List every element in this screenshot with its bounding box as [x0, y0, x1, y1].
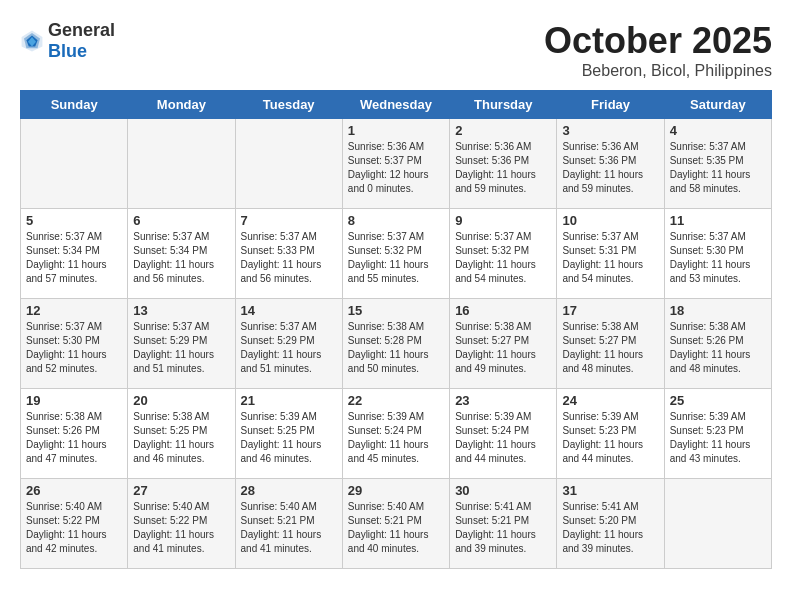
day-number: 7: [241, 213, 337, 228]
logo-text-blue: Blue: [48, 41, 87, 61]
calendar-week-3: 12Sunrise: 5:37 AM Sunset: 5:30 PM Dayli…: [21, 299, 772, 389]
day-info: Sunrise: 5:41 AM Sunset: 5:21 PM Dayligh…: [455, 500, 551, 556]
day-number: 1: [348, 123, 444, 138]
day-info: Sunrise: 5:36 AM Sunset: 5:36 PM Dayligh…: [562, 140, 658, 196]
day-info: Sunrise: 5:38 AM Sunset: 5:27 PM Dayligh…: [455, 320, 551, 376]
day-info: Sunrise: 5:38 AM Sunset: 5:28 PM Dayligh…: [348, 320, 444, 376]
day-info: Sunrise: 5:38 AM Sunset: 5:26 PM Dayligh…: [26, 410, 122, 466]
day-info: Sunrise: 5:36 AM Sunset: 5:37 PM Dayligh…: [348, 140, 444, 196]
day-info: Sunrise: 5:39 AM Sunset: 5:24 PM Dayligh…: [348, 410, 444, 466]
calendar-cell: 5Sunrise: 5:37 AM Sunset: 5:34 PM Daylig…: [21, 209, 128, 299]
calendar-header-friday: Friday: [557, 91, 664, 119]
day-number: 5: [26, 213, 122, 228]
calendar-header-tuesday: Tuesday: [235, 91, 342, 119]
day-number: 28: [241, 483, 337, 498]
calendar-cell: 1Sunrise: 5:36 AM Sunset: 5:37 PM Daylig…: [342, 119, 449, 209]
calendar-cell: 25Sunrise: 5:39 AM Sunset: 5:23 PM Dayli…: [664, 389, 771, 479]
day-info: Sunrise: 5:40 AM Sunset: 5:22 PM Dayligh…: [26, 500, 122, 556]
day-info: Sunrise: 5:38 AM Sunset: 5:25 PM Dayligh…: [133, 410, 229, 466]
logo-text-general: General: [48, 20, 115, 40]
calendar-cell: 29Sunrise: 5:40 AM Sunset: 5:21 PM Dayli…: [342, 479, 449, 569]
day-number: 19: [26, 393, 122, 408]
calendar-cell: 23Sunrise: 5:39 AM Sunset: 5:24 PM Dayli…: [450, 389, 557, 479]
calendar-cell: [235, 119, 342, 209]
calendar-week-5: 26Sunrise: 5:40 AM Sunset: 5:22 PM Dayli…: [21, 479, 772, 569]
calendar-cell: 14Sunrise: 5:37 AM Sunset: 5:29 PM Dayli…: [235, 299, 342, 389]
day-number: 25: [670, 393, 766, 408]
day-number: 4: [670, 123, 766, 138]
calendar-cell: 4Sunrise: 5:37 AM Sunset: 5:35 PM Daylig…: [664, 119, 771, 209]
day-number: 16: [455, 303, 551, 318]
day-info: Sunrise: 5:36 AM Sunset: 5:36 PM Dayligh…: [455, 140, 551, 196]
day-info: Sunrise: 5:39 AM Sunset: 5:23 PM Dayligh…: [562, 410, 658, 466]
day-number: 9: [455, 213, 551, 228]
calendar-cell: 3Sunrise: 5:36 AM Sunset: 5:36 PM Daylig…: [557, 119, 664, 209]
calendar-cell: 24Sunrise: 5:39 AM Sunset: 5:23 PM Dayli…: [557, 389, 664, 479]
day-info: Sunrise: 5:37 AM Sunset: 5:33 PM Dayligh…: [241, 230, 337, 286]
logo-icon: [20, 29, 44, 53]
calendar-cell: 26Sunrise: 5:40 AM Sunset: 5:22 PM Dayli…: [21, 479, 128, 569]
day-number: 31: [562, 483, 658, 498]
day-info: Sunrise: 5:37 AM Sunset: 5:32 PM Dayligh…: [348, 230, 444, 286]
day-info: Sunrise: 5:37 AM Sunset: 5:29 PM Dayligh…: [241, 320, 337, 376]
calendar-cell: 27Sunrise: 5:40 AM Sunset: 5:22 PM Dayli…: [128, 479, 235, 569]
day-number: 13: [133, 303, 229, 318]
day-number: 6: [133, 213, 229, 228]
day-info: Sunrise: 5:37 AM Sunset: 5:29 PM Dayligh…: [133, 320, 229, 376]
calendar-header-sunday: Sunday: [21, 91, 128, 119]
location-title: Beberon, Bicol, Philippines: [544, 62, 772, 80]
day-number: 23: [455, 393, 551, 408]
day-info: Sunrise: 5:40 AM Sunset: 5:21 PM Dayligh…: [241, 500, 337, 556]
calendar-week-2: 5Sunrise: 5:37 AM Sunset: 5:34 PM Daylig…: [21, 209, 772, 299]
day-info: Sunrise: 5:38 AM Sunset: 5:26 PM Dayligh…: [670, 320, 766, 376]
day-info: Sunrise: 5:37 AM Sunset: 5:32 PM Dayligh…: [455, 230, 551, 286]
day-number: 8: [348, 213, 444, 228]
calendar-cell: 18Sunrise: 5:38 AM Sunset: 5:26 PM Dayli…: [664, 299, 771, 389]
calendar-cell: 20Sunrise: 5:38 AM Sunset: 5:25 PM Dayli…: [128, 389, 235, 479]
day-number: 2: [455, 123, 551, 138]
calendar-cell: 19Sunrise: 5:38 AM Sunset: 5:26 PM Dayli…: [21, 389, 128, 479]
calendar-header-thursday: Thursday: [450, 91, 557, 119]
day-info: Sunrise: 5:39 AM Sunset: 5:24 PM Dayligh…: [455, 410, 551, 466]
calendar-header-wednesday: Wednesday: [342, 91, 449, 119]
calendar: SundayMondayTuesdayWednesdayThursdayFrid…: [20, 90, 772, 569]
header: General Blue October 2025 Beberon, Bicol…: [20, 20, 772, 80]
calendar-cell: 2Sunrise: 5:36 AM Sunset: 5:36 PM Daylig…: [450, 119, 557, 209]
calendar-week-1: 1Sunrise: 5:36 AM Sunset: 5:37 PM Daylig…: [21, 119, 772, 209]
calendar-header-row: SundayMondayTuesdayWednesdayThursdayFrid…: [21, 91, 772, 119]
calendar-cell: 8Sunrise: 5:37 AM Sunset: 5:32 PM Daylig…: [342, 209, 449, 299]
calendar-cell: 15Sunrise: 5:38 AM Sunset: 5:28 PM Dayli…: [342, 299, 449, 389]
logo: General Blue: [20, 20, 115, 62]
calendar-cell: [128, 119, 235, 209]
day-number: 21: [241, 393, 337, 408]
day-number: 11: [670, 213, 766, 228]
day-number: 26: [26, 483, 122, 498]
calendar-cell: 6Sunrise: 5:37 AM Sunset: 5:34 PM Daylig…: [128, 209, 235, 299]
calendar-cell: 7Sunrise: 5:37 AM Sunset: 5:33 PM Daylig…: [235, 209, 342, 299]
calendar-cell: 10Sunrise: 5:37 AM Sunset: 5:31 PM Dayli…: [557, 209, 664, 299]
calendar-cell: 31Sunrise: 5:41 AM Sunset: 5:20 PM Dayli…: [557, 479, 664, 569]
day-info: Sunrise: 5:37 AM Sunset: 5:31 PM Dayligh…: [562, 230, 658, 286]
calendar-cell: [21, 119, 128, 209]
calendar-cell: 17Sunrise: 5:38 AM Sunset: 5:27 PM Dayli…: [557, 299, 664, 389]
calendar-cell: 22Sunrise: 5:39 AM Sunset: 5:24 PM Dayli…: [342, 389, 449, 479]
day-number: 29: [348, 483, 444, 498]
day-info: Sunrise: 5:39 AM Sunset: 5:25 PM Dayligh…: [241, 410, 337, 466]
day-info: Sunrise: 5:37 AM Sunset: 5:30 PM Dayligh…: [26, 320, 122, 376]
day-number: 22: [348, 393, 444, 408]
calendar-cell: 13Sunrise: 5:37 AM Sunset: 5:29 PM Dayli…: [128, 299, 235, 389]
calendar-header-saturday: Saturday: [664, 91, 771, 119]
day-number: 14: [241, 303, 337, 318]
day-number: 15: [348, 303, 444, 318]
day-number: 10: [562, 213, 658, 228]
calendar-cell: 9Sunrise: 5:37 AM Sunset: 5:32 PM Daylig…: [450, 209, 557, 299]
day-number: 27: [133, 483, 229, 498]
logo-text: General Blue: [48, 20, 115, 62]
day-number: 24: [562, 393, 658, 408]
day-info: Sunrise: 5:41 AM Sunset: 5:20 PM Dayligh…: [562, 500, 658, 556]
calendar-header-monday: Monday: [128, 91, 235, 119]
day-info: Sunrise: 5:39 AM Sunset: 5:23 PM Dayligh…: [670, 410, 766, 466]
day-number: 18: [670, 303, 766, 318]
calendar-cell: 30Sunrise: 5:41 AM Sunset: 5:21 PM Dayli…: [450, 479, 557, 569]
day-info: Sunrise: 5:37 AM Sunset: 5:35 PM Dayligh…: [670, 140, 766, 196]
